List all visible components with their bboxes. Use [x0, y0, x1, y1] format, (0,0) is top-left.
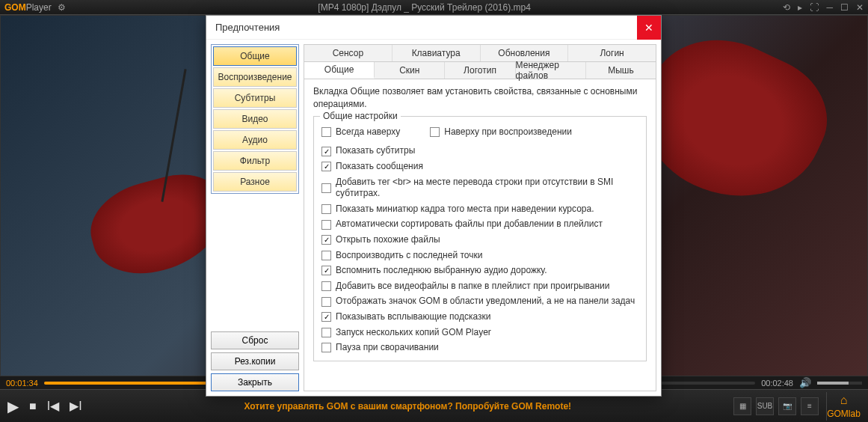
checkbox[interactable]: [430, 127, 440, 137]
extra-controls: ▦ SUB 📷 ≡ ⌂ GOMlab: [733, 392, 861, 421]
sidebar-item-filter[interactable]: Фильтр: [213, 151, 297, 171]
sidebar-item-audio[interactable]: Аудио: [213, 130, 297, 150]
app-logo: GOMPlayer: [4, 1, 52, 13]
option-always-on-top[interactable]: Всегда наверху: [321, 126, 400, 138]
tabs-row-bottom: Общие Скин Логотип Менеджер файлов Мышь: [304, 62, 656, 79]
prefs-main: Сенсор Клавиатура Обновления Логин Общие…: [304, 44, 656, 391]
minimize-icon[interactable]: ─: [826, 2, 833, 13]
checkbox[interactable]: [321, 281, 331, 291]
titlebar: GOMPlayer ⚙ [MP4 1080p] Дэдпул _ Русский…: [0, 0, 868, 15]
prefs-sidebar: Общие Воспроизведение Субтитры Видео Ауд…: [211, 44, 299, 391]
checkbox[interactable]: [321, 220, 331, 230]
option-add-br-tag[interactable]: Добавить тег <br> на месте перевода стро…: [321, 177, 638, 200]
option-show-messages[interactable]: Показать сообщения: [321, 161, 638, 173]
file-title: [MP4 1080p] Дэдпул _ Русский Трейлер (20…: [66, 2, 784, 13]
checkbox[interactable]: [321, 343, 331, 352]
option-pause-minimize[interactable]: Пауза при сворачивании: [321, 342, 638, 354]
dialog-close-button[interactable]: ✕: [637, 16, 661, 40]
option-add-folder-playlist[interactable]: Добавить все видеофайлы в папке в плейли…: [321, 281, 638, 293]
prefs-content: Вкладка Общие позволяет вам установить с…: [304, 79, 656, 391]
stop-button[interactable]: ■: [29, 400, 37, 413]
prev-button[interactable]: I◀: [47, 399, 59, 413]
option-tray-icon[interactable]: Отображать значок GOM в области уведомле…: [321, 296, 638, 308]
tab-sensor[interactable]: Сенсор: [304, 45, 393, 61]
tab-mouse[interactable]: Мышь: [586, 62, 656, 79]
option-multi-instance[interactable]: Запуск нескольких копий GOM Player: [321, 327, 638, 339]
snapshot-icon[interactable]: 📷: [778, 397, 796, 415]
checkbox[interactable]: [321, 162, 331, 171]
option-remember-audio[interactable]: Вспомнить последнюю выбранную аудио доро…: [321, 265, 638, 277]
repeat-icon[interactable]: ⟲: [783, 2, 790, 13]
tab-logo[interactable]: Логотип: [445, 62, 515, 79]
dialog-title: Предпочтения: [215, 22, 637, 33]
checkbox[interactable]: [321, 204, 331, 214]
checkbox[interactable]: [321, 266, 331, 275]
maximize-icon[interactable]: ☐: [840, 2, 849, 13]
option-auto-sort[interactable]: Автоматически сортировать файлы при доба…: [321, 218, 638, 230]
sidebar-item-playback[interactable]: Воспроизведение: [213, 67, 297, 87]
playlist-icon[interactable]: ≡: [801, 397, 819, 415]
tab-login[interactable]: Логин: [568, 45, 656, 61]
option-thumb-hover[interactable]: Показать миниатюр кадра того места при н…: [321, 204, 638, 215]
window-controls: ⟲ ▸ ⛶ ─ ☐ ✕: [783, 2, 864, 13]
checkbox[interactable]: [321, 312, 331, 322]
promo-text[interactable]: Хотите управлять GOM с вашим смартфоном?…: [93, 401, 723, 412]
settings-icon[interactable]: ⚙: [58, 2, 66, 13]
checkbox[interactable]: [321, 251, 331, 260]
tabs-row-top: Сенсор Клавиатура Обновления Логин: [304, 45, 656, 62]
sidebar-item-video[interactable]: Видео: [213, 109, 297, 129]
checkbox[interactable]: [321, 127, 331, 137]
next-button[interactable]: ▶I: [70, 399, 81, 413]
reset-button[interactable]: Сброс: [211, 331, 299, 349]
checkbox[interactable]: [321, 147, 331, 156]
backup-button[interactable]: Рез.копии: [211, 352, 299, 370]
tab-general[interactable]: Общие: [304, 62, 375, 79]
checkbox[interactable]: [321, 183, 331, 193]
checkbox[interactable]: [321, 297, 331, 307]
preferences-dialog: Предпочтения ✕ Общие Воспроизведение Суб…: [206, 15, 662, 397]
general-settings-group: Общие настройки Всегда наверху Наверху п…: [313, 116, 647, 361]
volume-slider[interactable]: [817, 382, 862, 385]
time-total: 00:02:48: [761, 379, 793, 388]
checkbox[interactable]: [321, 328, 331, 337]
tab-description: Вкладка Общие позволяет вам установить с…: [313, 85, 647, 111]
option-on-top-playing[interactable]: Наверху при воспроизведении: [430, 126, 572, 138]
sidebar-item-misc[interactable]: Разное: [213, 172, 297, 192]
option-resume-last[interactable]: Воспроизводить с последней точки: [321, 250, 638, 262]
sub-button[interactable]: SUB: [756, 397, 774, 415]
next-icon[interactable]: ▸: [798, 2, 802, 13]
fieldset-legend: Общие настройки: [320, 111, 401, 121]
panel-icon[interactable]: ▦: [733, 397, 751, 415]
gomlab-button[interactable]: ⌂ GOMlab: [826, 392, 861, 421]
option-tooltips[interactable]: Показывать всплывающие подсказки: [321, 311, 638, 323]
checkbox[interactable]: [321, 235, 331, 245]
close-window-icon[interactable]: ✕: [856, 2, 864, 13]
tab-updates[interactable]: Обновления: [481, 45, 569, 61]
play-button[interactable]: ▶: [7, 397, 19, 415]
sidebar-item-general[interactable]: Общие: [213, 46, 297, 66]
time-current: 00:01:34: [6, 379, 38, 388]
option-show-subtitles[interactable]: Показать субтитры: [321, 145, 638, 157]
sidebar-item-subtitles[interactable]: Субтитры: [213, 88, 297, 108]
tab-filemanager[interactable]: Менеджер файлов: [516, 62, 586, 79]
fullscreen-icon[interactable]: ⛶: [810, 2, 819, 13]
close-button[interactable]: Закрыть: [211, 373, 299, 391]
volume-icon[interactable]: 🔊: [799, 377, 811, 388]
tab-skin[interactable]: Скин: [375, 62, 445, 79]
home-icon: ⌂: [840, 394, 848, 407]
option-open-similar[interactable]: Открыть похожие файлы: [321, 234, 638, 246]
dialog-titlebar[interactable]: Предпочтения ✕: [206, 16, 661, 40]
tab-keyboard[interactable]: Клавиатура: [393, 45, 481, 61]
